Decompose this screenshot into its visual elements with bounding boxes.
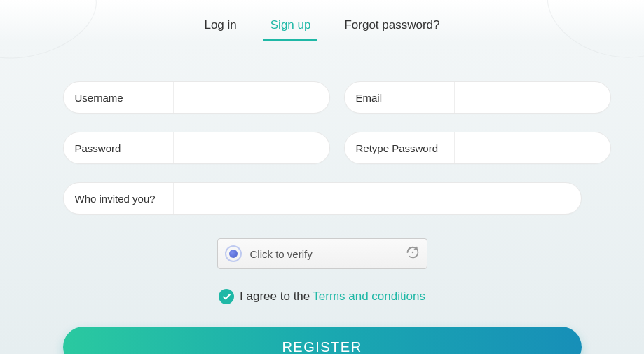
terms-link[interactable]: Terms and conditions	[313, 290, 425, 304]
email-input[interactable]	[454, 82, 599, 113]
svg-point-0	[411, 252, 413, 254]
tab-login[interactable]: Log in	[204, 18, 236, 39]
email-field-wrap: Email	[344, 81, 611, 114]
check-icon	[222, 292, 231, 301]
terms-checkbox[interactable]	[219, 289, 234, 304]
captcha-widget[interactable]: Click to verify	[217, 238, 427, 269]
retype-password-label: Retype Password	[356, 142, 454, 154]
captcha-circle-icon	[225, 245, 242, 262]
captcha-text: Click to verify	[250, 248, 406, 260]
referrer-field-wrap: Who invited you?	[63, 182, 582, 215]
register-button[interactable]: REGISTER	[63, 327, 582, 354]
retype-password-input[interactable]	[454, 132, 599, 163]
username-label: Username	[75, 92, 173, 104]
password-field-wrap: Password	[63, 132, 330, 164]
refresh-icon	[406, 245, 420, 262]
referrer-label: Who invited you?	[75, 193, 173, 205]
terms-prefix-text: I agree to the	[240, 290, 310, 304]
captcha-dot-icon	[229, 250, 238, 258]
retype-password-field-wrap: Retype Password	[344, 132, 611, 164]
password-input[interactable]	[173, 132, 318, 163]
tab-signup[interactable]: Sign up	[270, 18, 311, 39]
terms-row: I agree to the Terms and conditions	[63, 289, 582, 304]
referrer-input[interactable]	[173, 183, 570, 214]
tab-forgot-password[interactable]: Forgot password?	[344, 18, 439, 39]
email-label: Email	[356, 92, 454, 104]
signup-form: Username Email Password Retype Password …	[63, 48, 582, 354]
password-label: Password	[75, 142, 173, 154]
username-input[interactable]	[173, 82, 318, 113]
username-field-wrap: Username	[63, 81, 330, 114]
